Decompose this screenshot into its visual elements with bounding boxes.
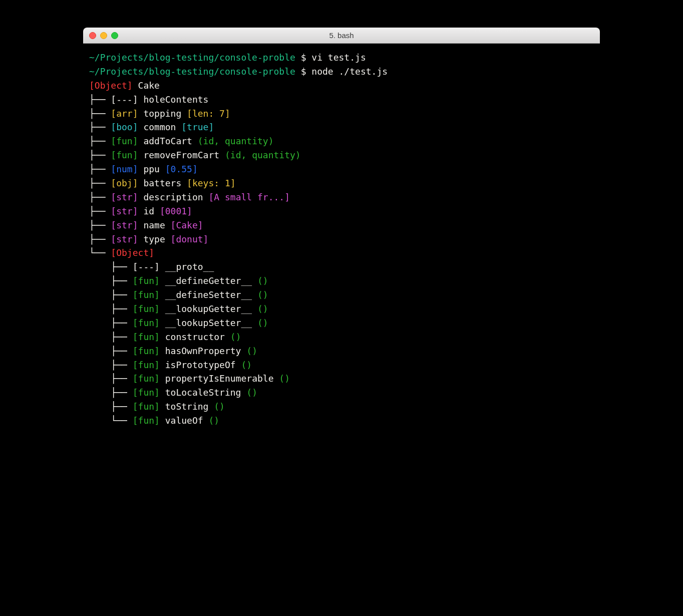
type-tag: [fun] (133, 332, 160, 342)
type-tag: [arr] (111, 108, 138, 119)
property-value: [true] (181, 122, 214, 132)
property-value: () (279, 373, 290, 384)
property-value: [donut] (171, 234, 209, 244)
type-tag: [fun] (133, 387, 160, 398)
tree-row: ├── [str] name [Cake] (89, 218, 594, 232)
terminal-body[interactable]: ~/Projects/blog-testing/console-proble $… (83, 44, 600, 524)
prompt-line: ~/Projects/blog-testing/console-proble $… (89, 65, 594, 79)
tree-branch: ├── (89, 206, 111, 216)
tree-branch: ├── (89, 136, 111, 146)
prompt-symbol: $ (301, 52, 306, 63)
property-name: topping (143, 108, 181, 119)
property-value: () (257, 303, 268, 314)
type-tag: [str] (111, 234, 138, 244)
tree-branch: ├── (89, 360, 133, 370)
tree-branch: ├── (89, 94, 111, 105)
prompt-line: ~/Projects/blog-testing/console-proble $… (89, 51, 594, 65)
tree-branch: ├── (89, 289, 133, 300)
property-value: () (257, 275, 268, 286)
tree-branch: ├── (89, 401, 133, 412)
prompt-path: ~/Projects/blog-testing/console-proble (89, 52, 295, 63)
tree-branch: ├── (89, 387, 133, 398)
property-name: id (143, 206, 154, 216)
type-tag: [fun] (133, 289, 160, 300)
tree-row: ├── [fun] addToCart (id, quantity) (89, 134, 594, 148)
property-value: () (257, 318, 268, 328)
property-value: [len: 7] (187, 108, 230, 119)
property-name: batters (143, 178, 181, 188)
minimize-icon[interactable] (100, 32, 107, 39)
command-text: vi test.js (311, 52, 366, 63)
type-tag: [fun] (133, 401, 160, 412)
type-tag: [fun] (133, 415, 160, 426)
tree-row: ├── [str] type [donut] (89, 232, 594, 246)
tree-branch: ├── (89, 318, 133, 328)
tree-branch: ├── (89, 303, 133, 314)
property-value: () (246, 346, 257, 356)
type-tag: [boo] (111, 122, 138, 132)
tree-branch: └── (89, 415, 133, 426)
tree-branch: ├── (89, 150, 111, 160)
property-name: __defineSetter__ (165, 289, 252, 300)
property-name: __lookupSetter__ (165, 318, 252, 328)
terminal-window: 5. bash ~/Projects/blog-testing/console-… (83, 28, 600, 524)
tree-row: ├── [str] description [A small fr...] (89, 190, 594, 204)
tree-row: ├── [fun] __lookupSetter__ () (89, 316, 594, 330)
tree-row: ├── [fun] isPrototypeOf () (89, 358, 594, 372)
tree-proto-header: └── [Object] (89, 246, 594, 260)
tree-row: ├── [---] __proto__ (89, 260, 594, 274)
property-value: [0.55] (165, 164, 198, 174)
property-name: valueOf (165, 415, 203, 426)
tree-row: ├── [fun] removeFromCart (id, quantity) (89, 148, 594, 162)
tree-branch: ├── (89, 192, 111, 202)
tree-row: ├── [boo] common [true] (89, 120, 594, 134)
property-value: [keys: 1] (187, 178, 236, 188)
command-text: node ./test.js (311, 66, 388, 77)
tree-row: ├── [str] id [0001] (89, 204, 594, 218)
property-name: isPrototypeOf (165, 360, 236, 370)
type-tag: [str] (111, 220, 138, 230)
tree-proto-rows: ├── [---] __proto__ ├── [fun] __defineGe… (89, 260, 594, 428)
tree-row: ├── [fun] toString () (89, 400, 594, 414)
tree-row: ├── [fun] hasOwnProperty () (89, 344, 594, 358)
property-value: (id, quantity) (225, 150, 301, 160)
property-value: () (246, 387, 257, 398)
property-name: type (143, 234, 165, 244)
property-value: [0001] (160, 206, 192, 216)
tree-branch: ├── (89, 346, 133, 356)
property-name: name (143, 220, 165, 230)
property-name: __defineGetter__ (165, 275, 252, 286)
tree-branch: ├── (89, 234, 111, 244)
tree-row: ├── [fun] constructor () (89, 330, 594, 344)
property-name: __lookupGetter__ (165, 303, 252, 314)
tree-row: ├── [---] holeContents (89, 93, 594, 107)
close-icon[interactable] (89, 32, 96, 39)
titlebar[interactable]: 5. bash (83, 28, 600, 44)
type-tag: [fun] (133, 360, 160, 370)
tree-row: ├── [arr] topping [len: 7] (89, 107, 594, 121)
property-name: ppu (143, 164, 160, 174)
tree-branch: ├── (89, 178, 111, 188)
type-tag: [fun] (133, 318, 160, 328)
tree-branch: ├── (89, 275, 133, 286)
property-name: description (143, 192, 203, 202)
root-label: Cake (138, 80, 160, 91)
tree-branch: ├── (89, 108, 111, 119)
tree-row: ├── [num] ppu [0.55] (89, 162, 594, 176)
type-tag: [---] (133, 261, 160, 272)
tree-branch: ├── (89, 220, 111, 230)
property-name: constructor (165, 332, 225, 342)
tree-row: ├── [fun] toLocaleString () (89, 386, 594, 400)
property-name: toString (165, 401, 209, 412)
tree-branch: └── (89, 247, 111, 258)
tree-row: ├── [fun] __defineSetter__ () (89, 288, 594, 302)
tree-branch: ├── (89, 122, 111, 132)
type-tag: [fun] (133, 275, 160, 286)
traffic-lights (89, 32, 118, 39)
tree-row: └── [fun] valueOf () (89, 414, 594, 428)
zoom-icon[interactable] (111, 32, 118, 39)
property-name: propertyIsEnumerable (165, 373, 274, 384)
property-name: hasOwnProperty (165, 346, 241, 356)
property-value: [A small fr...] (208, 192, 290, 202)
property-value: () (241, 360, 252, 370)
